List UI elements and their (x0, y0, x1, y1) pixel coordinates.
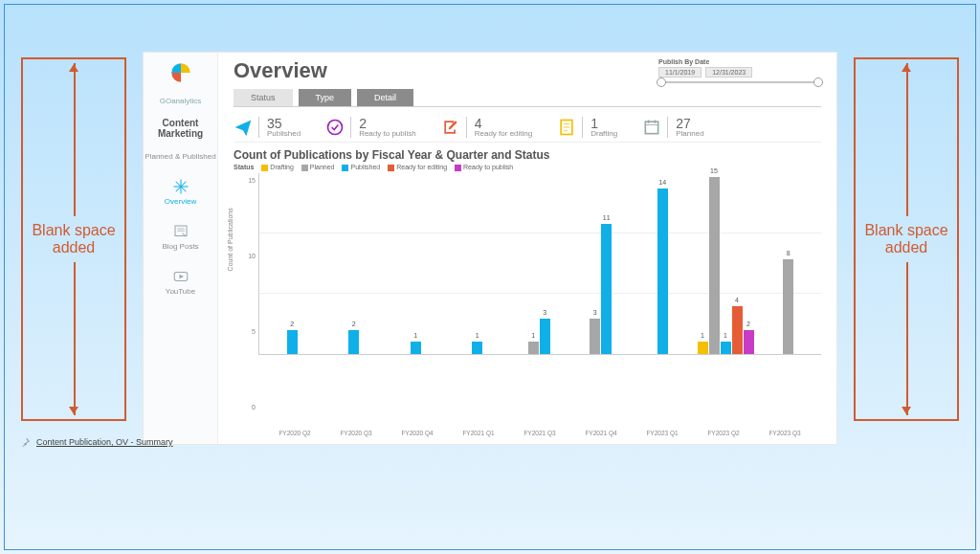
sidebar-item-blog-posts[interactable]: Blog Posts (144, 219, 217, 255)
pin-icon (21, 437, 31, 447)
page-title: Overview (234, 58, 327, 83)
tab-row: Status Type Detail (234, 89, 821, 107)
kpi-ready-for-editing: 4Ready for editing (441, 117, 532, 138)
right-annotation-box: Blank space added (854, 57, 959, 421)
bar[interactable]: 2 (287, 330, 298, 354)
chart-area: Count of Publications 151050 22111331114… (234, 173, 821, 426)
chart-legend: Status Drafting Planned Published Ready … (234, 164, 821, 171)
sidebar-item-overview[interactable]: Overview (144, 174, 217, 210)
bar[interactable]: 1 (721, 342, 731, 353)
bar-group: 13 (512, 177, 567, 354)
slider-handle-left[interactable] (657, 78, 666, 87)
sidebar-item-planned-published[interactable]: Planned & Published (144, 148, 217, 165)
bar[interactable]: 1 (411, 342, 421, 353)
paper-plane-icon (234, 118, 253, 137)
bar-group: 14 (635, 177, 690, 354)
bar-group: 2 (265, 177, 320, 354)
kpi-ready-to-publish: 2Ready to publish (325, 117, 416, 138)
date-to-box[interactable]: 12/31/2023 (705, 67, 752, 78)
date-range-slider[interactable]: Publish By Date 11/1/2019 12/31/2023 (658, 58, 821, 83)
bar[interactable]: 14 (657, 188, 668, 354)
bar[interactable]: 1 (472, 342, 482, 353)
sidebar-item-youtube[interactable]: YouTube (144, 264, 217, 299)
kpi-published: 35Published (234, 117, 301, 138)
kpi-drafting: 1Drafting (557, 117, 617, 138)
date-range-label: Publish By Date (658, 58, 821, 65)
bar[interactable]: 1 (528, 342, 539, 353)
sidebar-item-label: Overview (165, 197, 196, 206)
chart-title: Count of Publications by Fiscal Year & Q… (234, 148, 821, 162)
date-from-box[interactable]: 11/1/2019 (658, 67, 702, 78)
bar-group: 311 (574, 177, 629, 354)
dashboard-panel: GOanalytics Content Marketing Planned & … (144, 53, 836, 444)
bar-group: 115142 (698, 177, 754, 354)
brand-logo-icon (168, 60, 193, 87)
bar[interactable]: 1 (698, 342, 708, 353)
chart-y-axis: Count of Publications 151050 (234, 173, 258, 426)
snowflake-icon (172, 178, 189, 195)
edit-icon (441, 118, 460, 137)
bar[interactable]: 3 (590, 319, 600, 354)
bar[interactable]: 8 (783, 259, 793, 354)
sidebar: GOanalytics Content Marketing Planned & … (144, 53, 218, 444)
slider-track[interactable] (658, 81, 821, 83)
bar[interactable]: 3 (540, 319, 550, 354)
bar-group: 1 (389, 177, 443, 354)
youtube-icon (172, 268, 189, 285)
tab-detail[interactable]: Detail (357, 89, 413, 106)
chart-plot: 221113311141151428 (258, 173, 821, 355)
slider-handle-right[interactable] (813, 78, 823, 87)
chart-x-axis: FY2020 Q2FY2020 Q3FY2020 Q4FY2021 Q1FY20… (258, 426, 821, 436)
brand-name: GOanalytics (160, 97, 202, 105)
left-annotation-box: Blank space added (21, 57, 126, 421)
blog-icon (172, 223, 189, 240)
footer-label: Content Publication, OV - Summary (36, 437, 173, 447)
annotation-text: Blank space added (856, 222, 957, 255)
main-content: Overview Publish By Date 11/1/2019 12/31… (218, 53, 836, 444)
sidebar-item-label: Planned & Published (145, 152, 215, 161)
y-axis-label: Count of Publications (227, 208, 234, 271)
kpi-row: 35Published 2Ready to publish 4Ready for… (234, 111, 821, 143)
tab-status[interactable]: Status (234, 89, 293, 106)
bar[interactable]: 2 (348, 330, 359, 354)
draft-icon (557, 118, 576, 137)
tab-type[interactable]: Type (299, 89, 352, 106)
sidebar-item-label: YouTube (166, 287, 195, 296)
bar-group: 8 (762, 177, 816, 354)
bar[interactable]: 11 (601, 224, 612, 354)
bar-group: 2 (327, 177, 382, 354)
bar[interactable]: 4 (732, 306, 743, 353)
sidebar-section-title: Content Marketing (144, 119, 217, 139)
calendar-icon (642, 118, 661, 137)
svg-rect-13 (646, 122, 658, 134)
bar-group: 1 (451, 177, 505, 354)
annotation-text: Blank space added (23, 222, 124, 255)
kpi-planned: 27Planned (642, 117, 703, 138)
bar[interactable]: 2 (744, 330, 754, 354)
svg-point-8 (328, 121, 343, 135)
check-circle-icon (325, 118, 345, 137)
sidebar-item-label: Blog Posts (162, 242, 198, 251)
bar[interactable]: 15 (709, 177, 720, 354)
slide-footer: Content Publication, OV - Summary (21, 437, 173, 447)
